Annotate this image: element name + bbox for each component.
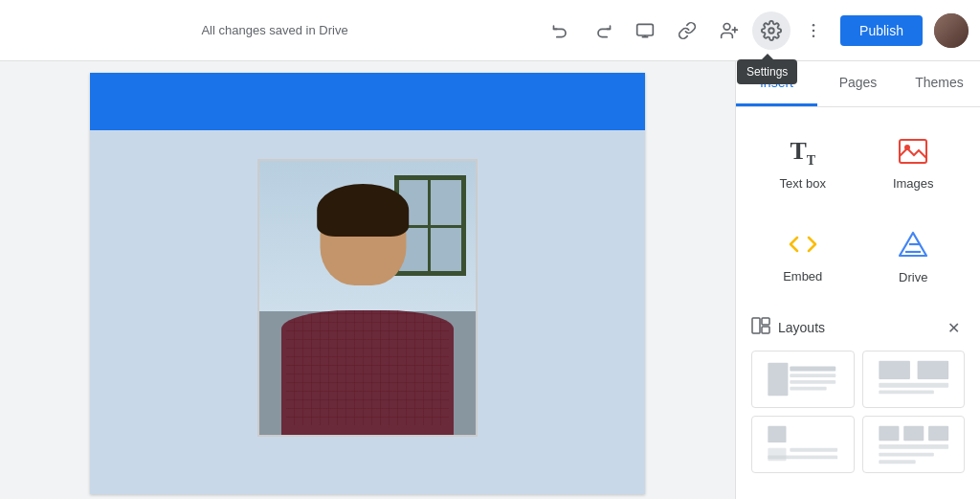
svg-rect-18 <box>790 380 835 384</box>
photo-frame <box>257 159 478 437</box>
layouts-close-button[interactable]: ✕ <box>942 316 965 339</box>
svg-rect-22 <box>879 383 948 388</box>
tab-pages[interactable]: Pages <box>817 61 899 106</box>
svg-rect-33 <box>879 460 915 464</box>
svg-point-7 <box>813 34 815 37</box>
svg-rect-25 <box>790 448 837 452</box>
layouts-grid <box>751 351 965 473</box>
publish-button[interactable]: Publish <box>840 15 923 46</box>
svg-rect-16 <box>790 367 835 372</box>
link-button[interactable] <box>668 11 706 50</box>
collaborator-button[interactable] <box>710 11 748 50</box>
textbox-icon: TT <box>790 139 815 168</box>
insert-content: TT Text box Images <box>736 107 980 499</box>
avatar[interactable] <box>934 13 969 48</box>
layout-card-3[interactable] <box>751 416 855 473</box>
embed-icon <box>789 232 817 261</box>
redo-button[interactable] <box>584 11 622 50</box>
insert-item-textbox[interactable]: TT Text box <box>751 123 855 207</box>
svg-rect-28 <box>879 426 899 441</box>
drive-icon <box>898 231 928 262</box>
banner-blue <box>90 73 645 130</box>
svg-rect-32 <box>879 453 934 457</box>
svg-rect-27 <box>768 448 786 461</box>
insert-grid: TT Text box Images <box>751 123 965 301</box>
undo-button[interactable] <box>542 11 580 50</box>
svg-rect-24 <box>768 426 786 442</box>
settings-tooltip: Settings <box>737 59 797 84</box>
save-status: All changes saved in Drive <box>11 23 538 37</box>
preview-button[interactable] <box>626 11 664 50</box>
svg-rect-12 <box>752 318 760 333</box>
svg-rect-13 <box>762 318 769 325</box>
canvas-area <box>0 61 735 499</box>
images-icon <box>899 139 927 169</box>
layout-card-1[interactable] <box>751 351 855 408</box>
svg-rect-19 <box>790 387 826 391</box>
svg-rect-21 <box>917 361 948 379</box>
tab-themes[interactable]: Themes <box>899 61 980 106</box>
embed-label: Embed <box>783 269 822 284</box>
svg-rect-23 <box>879 391 934 395</box>
layouts-title-row: Layouts <box>751 317 825 339</box>
toolbar: All changes saved in Drive <box>0 0 980 61</box>
page-canvas <box>90 73 645 494</box>
more-button[interactable] <box>794 11 833 50</box>
svg-rect-29 <box>903 426 924 441</box>
main-layout: Insert Pages Themes TT Text box <box>0 61 980 499</box>
layout-card-2[interactable] <box>862 351 966 408</box>
svg-rect-14 <box>762 327 769 333</box>
toolbar-icons: Publish <box>542 11 969 50</box>
page-body <box>90 130 645 494</box>
svg-rect-15 <box>768 363 788 397</box>
drive-label: Drive <box>899 270 927 284</box>
layouts-icon <box>751 317 770 339</box>
insert-item-images[interactable]: Images <box>862 123 966 207</box>
svg-point-1 <box>724 23 730 30</box>
svg-rect-20 <box>879 361 910 379</box>
layouts-header: Layouts ✕ <box>751 316 965 339</box>
svg-rect-0 <box>637 24 654 35</box>
svg-rect-31 <box>879 444 948 449</box>
svg-point-4 <box>768 28 774 34</box>
insert-item-drive[interactable]: Drive <box>862 215 966 301</box>
svg-point-6 <box>813 29 815 32</box>
settings-button[interactable] <box>752 11 791 50</box>
right-panel: Insert Pages Themes TT Text box <box>735 61 980 499</box>
layout-card-4[interactable] <box>862 416 966 473</box>
svg-rect-17 <box>790 374 835 377</box>
insert-item-embed[interactable]: Embed <box>751 215 855 301</box>
images-label: Images <box>893 176 934 191</box>
layouts-title: Layouts <box>778 320 825 335</box>
textbox-label: Text box <box>780 176 826 191</box>
svg-point-5 <box>813 23 815 26</box>
svg-rect-30 <box>928 426 948 441</box>
layouts-section: Layouts ✕ <box>751 316 965 473</box>
